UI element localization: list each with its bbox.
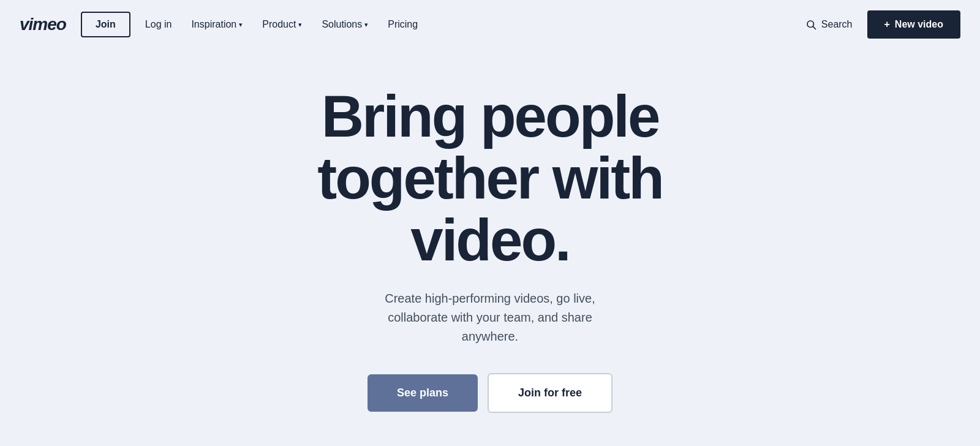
hero-buttons: See plans Join for free xyxy=(368,373,612,413)
nav-product-link[interactable]: Product ▾ xyxy=(252,13,312,36)
header: vimeo Join Log in Inspiration ▾ Product … xyxy=(0,0,980,49)
plus-icon: + xyxy=(884,19,890,30)
new-video-button[interactable]: + New video xyxy=(867,10,960,39)
chevron-down-icon: ▾ xyxy=(364,21,368,29)
nav-solutions-link[interactable]: Solutions ▾ xyxy=(312,13,378,36)
logo[interactable]: vimeo xyxy=(20,15,66,34)
nav-inspiration-link[interactable]: Inspiration ▾ xyxy=(181,13,252,36)
nav-login-link[interactable]: Log in xyxy=(135,13,182,36)
hero-title: Bring people together with video. xyxy=(251,86,729,271)
join-free-button[interactable]: Join for free xyxy=(488,373,612,413)
hero-section: Bring people together with video. Create… xyxy=(0,49,980,446)
svg-line-1 xyxy=(813,26,815,29)
nav-join-button[interactable]: Join xyxy=(81,12,130,37)
chevron-down-icon: ▾ xyxy=(298,21,302,29)
see-plans-button[interactable]: See plans xyxy=(368,374,478,412)
search-icon xyxy=(805,19,816,30)
nav-pricing-link[interactable]: Pricing xyxy=(378,13,428,36)
hero-subtitle: Create high-performing videos, go live, … xyxy=(361,289,619,346)
chevron-down-icon: ▾ xyxy=(239,21,243,29)
search-button[interactable]: Search xyxy=(796,13,862,36)
